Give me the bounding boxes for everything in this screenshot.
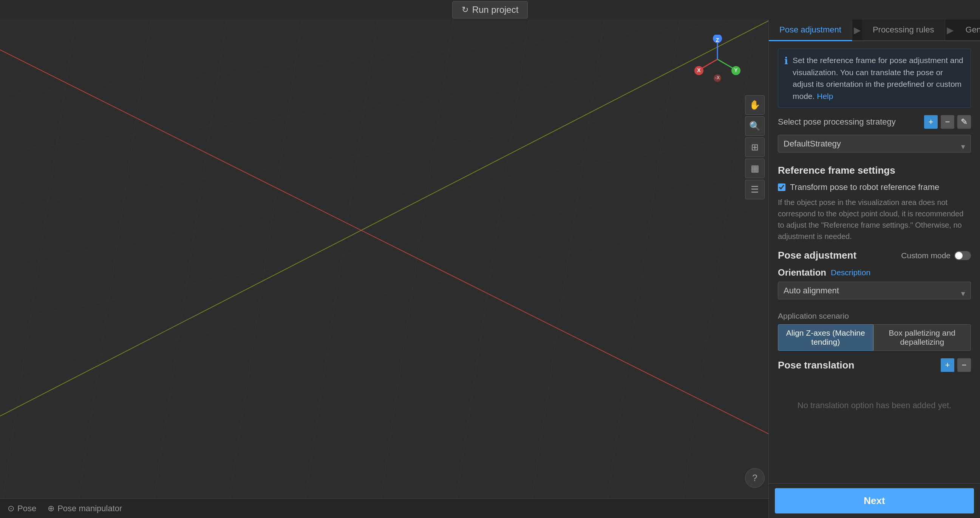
help-link[interactable]: Help xyxy=(817,92,833,100)
svg-line-26 xyxy=(718,59,734,69)
strategy-dropdown-wrapper: DefaultStrategy ▼ xyxy=(778,135,971,159)
scenario-machine-tending-button[interactable]: Align Z-axes (Machine tending) xyxy=(778,324,873,351)
svg-line-8 xyxy=(0,284,768,492)
viewport[interactable]: Z Y X -X ✋ 🔍 ⊞ ▦ ☰ ? xyxy=(0,20,768,518)
svg-line-19 xyxy=(680,20,756,518)
tab-general-settings[interactable]: General settings xyxy=(955,20,980,40)
remove-translation-button[interactable]: − xyxy=(957,358,971,372)
pose-manipulator-status: ⊕ Pose manipulator xyxy=(48,504,122,513)
svg-line-12 xyxy=(151,20,227,518)
main-layout: Z Y X -X ✋ 🔍 ⊞ ▦ ☰ ? xyxy=(0,20,980,518)
pose-translation-buttons: + − xyxy=(941,358,971,372)
top-bar: ↻ Run project xyxy=(0,0,980,20)
tab-pose-adjustment[interactable]: Pose adjustment xyxy=(769,20,852,41)
info-box: ℹ Set the reference frame for pose adjus… xyxy=(778,49,971,108)
svg-line-16 xyxy=(453,20,529,518)
grid-canvas xyxy=(0,20,768,518)
zoom-tool-button[interactable]: 🔍 xyxy=(745,116,765,136)
orientation-description-link[interactable]: Description xyxy=(831,268,870,277)
svg-line-7 xyxy=(0,246,768,435)
pose-status: ⊙ Pose xyxy=(8,504,36,513)
add-strategy-button[interactable]: + xyxy=(924,115,938,129)
axis-widget: Z Y X -X xyxy=(693,35,742,84)
select-strategy-label: Select pose processing strategy xyxy=(778,117,921,127)
custom-mode-label: Custom mode xyxy=(901,251,951,260)
svg-line-29 xyxy=(701,59,718,69)
app-scenario-label: Application scenario xyxy=(778,311,971,321)
pose-label: Pose xyxy=(18,504,36,513)
list-tool-button[interactable]: ☰ xyxy=(745,180,765,199)
run-project-label: Run project xyxy=(472,5,519,15)
panel-content: ℹ Set the reference frame for pose adjus… xyxy=(769,41,980,483)
strategy-row: Select pose processing strategy + − ✎ xyxy=(778,115,971,129)
reference-note: If the object pose in the visualization … xyxy=(778,197,971,242)
custom-mode-toggle[interactable] xyxy=(954,251,971,260)
svg-line-9 xyxy=(0,322,768,518)
svg-line-3 xyxy=(0,95,768,208)
hand-tool-button[interactable]: ✋ xyxy=(745,95,765,115)
add-translation-button[interactable]: + xyxy=(941,358,954,372)
svg-text:Z: Z xyxy=(716,37,719,43)
next-btn-container: Next xyxy=(769,483,980,518)
right-panel: Pose adjustment ▶ Processing rules ▶ Gen… xyxy=(768,20,980,518)
orientation-title: Orientation xyxy=(778,267,826,278)
svg-line-4 xyxy=(0,133,768,265)
help-button[interactable]: ? xyxy=(745,468,765,488)
svg-line-22 xyxy=(0,20,768,416)
grid-tool-button[interactable]: ▦ xyxy=(745,159,765,178)
pose-translation-title: Pose translation xyxy=(778,359,854,371)
viewport-toolbar: ✋ 🔍 ⊞ ▦ ☰ xyxy=(745,95,765,199)
svg-text:X: X xyxy=(697,67,701,73)
orientation-header: Orientation Description xyxy=(778,267,971,278)
edit-strategy-button[interactable]: ✎ xyxy=(957,115,971,129)
run-project-button[interactable]: ↻ Run project xyxy=(452,1,528,19)
orientation-dropdown[interactable]: Auto alignment xyxy=(778,282,971,299)
svg-line-13 xyxy=(227,20,302,518)
strategy-dropdown[interactable]: DefaultStrategy xyxy=(778,135,971,153)
transform-pose-row: Transform pose to robot reference frame xyxy=(778,182,971,192)
svg-line-10 xyxy=(0,20,76,518)
svg-line-18 xyxy=(605,20,680,518)
pose-icon: ⊙ xyxy=(8,504,14,513)
pose-adj-title: Pose adjustment xyxy=(778,249,856,261)
reference-frame-heading: Reference frame settings xyxy=(778,165,971,176)
pose-adj-header: Pose adjustment Custom mode xyxy=(778,249,971,261)
scenario-buttons: Align Z-axes (Machine tending) Box palle… xyxy=(778,324,971,351)
fit-tool-button[interactable]: ⊞ xyxy=(745,137,765,157)
pose-manipulator-label: Pose manipulator xyxy=(57,504,122,513)
svg-line-15 xyxy=(378,20,453,518)
help-icon: ? xyxy=(752,473,757,483)
info-text: Set the reference frame for pose adjustm… xyxy=(792,54,964,102)
svg-line-11 xyxy=(76,20,151,518)
svg-line-2 xyxy=(0,57,768,152)
svg-line-6 xyxy=(0,208,768,378)
pose-translation-header: Pose translation + − xyxy=(778,358,971,372)
orientation-dropdown-wrapper: Auto alignment ▼ xyxy=(778,282,971,305)
remove-strategy-button[interactable]: − xyxy=(941,115,954,129)
svg-line-1 xyxy=(0,20,768,95)
transform-pose-label: Transform pose to robot reference frame xyxy=(790,182,939,192)
info-icon: ℹ xyxy=(784,55,788,102)
run-icon: ↻ xyxy=(462,5,468,15)
svg-text:-X: -X xyxy=(715,75,720,80)
svg-text:Y: Y xyxy=(734,67,738,73)
custom-mode-row: Custom mode xyxy=(901,251,971,260)
next-button[interactable]: Next xyxy=(775,488,974,513)
status-bar: ⊙ Pose ⊕ Pose manipulator xyxy=(0,498,768,518)
empty-state: No translation option has been added yet… xyxy=(778,378,971,433)
svg-line-17 xyxy=(529,20,605,518)
svg-line-5 xyxy=(0,171,768,322)
tab-bar: Pose adjustment ▶ Processing rules ▶ Gen… xyxy=(769,20,980,41)
transform-pose-checkbox[interactable] xyxy=(778,183,786,191)
pose-manipulator-icon: ⊕ xyxy=(48,504,54,513)
svg-line-21 xyxy=(0,50,768,435)
tab-processing-rules[interactable]: Processing rules xyxy=(862,20,945,40)
svg-line-14 xyxy=(302,20,378,518)
scenario-box-palletizing-button[interactable]: Box palletizing and depalletizing xyxy=(873,324,971,351)
